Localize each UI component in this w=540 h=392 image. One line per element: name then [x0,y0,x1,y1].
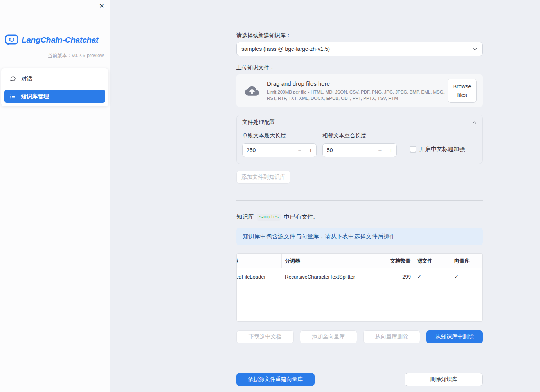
file-action-buttons: 下载选中文档 添加至向量库 从向量库删除 从知识库中删除 [236,330,483,343]
cell-source-check: ✓ [414,268,451,285]
zh-title-enhance-group: 开启中文标题加强 [410,146,465,153]
kb-files-suffix: 中已有文件: [284,213,315,221]
logo-text: LangChain-Chatchat [22,35,98,45]
table-row[interactable]: UnstructuredFileLoader RecursiveCharacte… [236,268,483,285]
column-header-doc-count[interactable]: 文档数量 [371,254,414,268]
menu-item-knowledge-base[interactable]: 知识库管理 [4,90,105,103]
file-config-expander: 文件处理配置 单段文本最大长度： 250 − + 相邻文本重合长度： 50 − … [236,115,483,164]
cell-loader: UnstructuredFileLoader [236,268,282,285]
close-icon[interactable]: ✕ [99,3,104,9]
overlap-input[interactable]: 50 − + [322,143,397,157]
kb-action-buttons: 依据源文件重建向量库 删除知识库 [236,373,483,386]
minus-icon[interactable]: − [294,147,305,154]
expander-header[interactable]: 文件处理配置 [237,115,482,130]
column-header-loader[interactable]: 文档加载器 [236,254,282,268]
plus-icon[interactable]: + [385,147,396,154]
divider [236,200,483,201]
minus-icon[interactable]: − [374,147,385,154]
max-length-value: 250 [243,147,294,153]
cell-doc-count: 299 [371,268,414,285]
kb-select-value: samples (faiss @ bge-large-zh-v1.5) [241,46,472,52]
kb-name-code: samples [257,214,281,221]
download-selected-button[interactable]: 下载选中文档 [236,330,294,343]
menu-item-label: 对话 [21,75,32,83]
list-icon [10,94,16,99]
divider [236,359,483,359]
file-uploader-dropzone[interactable]: Drag and drop files here Limit 200MB per… [236,74,483,107]
cloud-upload-icon [245,86,259,96]
delete-kb-button[interactable]: 删除知识库 [405,373,483,386]
zh-title-enhance-label: 开启中文标题加强 [419,146,465,153]
overlap-group: 相邻文本重合长度： 50 − + [322,132,397,157]
upload-label: 上传知识文件： [236,64,483,71]
plus-icon[interactable]: + [305,147,316,154]
delete-from-kb-button[interactable]: 从知识库中删除 [426,330,483,343]
max-length-group: 单段文本最大长度： 250 − + [242,132,317,157]
kb-select-label: 请选择或新建知识库： [236,32,483,39]
delete-from-vector-button[interactable]: 从向量库删除 [363,330,421,343]
info-alert: 知识库中包含源文件与向量库，请从下表中选择文件后操作 [236,228,483,245]
uploader-limit: Limit 200MB per file • HTML, MD, JSON, C… [267,89,448,101]
menu-item-label: 知识库管理 [21,93,49,100]
max-length-label: 单段文本最大长度： [242,132,317,139]
chevron-up-icon [472,120,477,125]
chat-bubble-icon [10,76,16,82]
add-to-vector-button[interactable]: 添加至向量库 [300,330,357,343]
chevron-down-icon [472,46,478,52]
uploader-text: Drag and drop files here Limit 200MB per… [267,80,448,101]
expander-title: 文件处理配置 [242,119,275,126]
uploader-title: Drag and drop files here [267,80,448,87]
overlap-value: 50 [323,147,374,153]
files-table-inner: 文档加载器 分词器 文档数量 源文件 向量库 UnstructuredFileL… [236,254,483,285]
sidebar: ✕ LangChain-Chatchat 当前版本：v0.2.6-preview… [0,0,110,392]
max-length-input[interactable]: 250 − + [242,143,317,157]
column-header-splitter[interactable]: 分词器 [282,254,371,268]
files-table: 文档加载器 分词器 文档数量 源文件 向量库 UnstructuredFileL… [236,253,483,322]
add-files-button[interactable]: 添加文件到知识库 [236,171,290,184]
kb-files-heading: 知识库 samples 中已有文件: [236,213,483,221]
rebuild-vector-button[interactable]: 依据源文件重建向量库 [236,373,315,386]
zh-title-enhance-checkbox[interactable] [410,146,416,153]
main-content: 请选择或新建知识库： samples (faiss @ bge-large-zh… [236,0,483,386]
app-logo: LangChain-Chatchat [5,34,110,46]
logo-icon [5,34,19,46]
sidebar-menu: 对话 知识库管理 [1,68,108,106]
overlap-label: 相邻文本重合长度： [322,132,397,139]
version-label: 当前版本：v0.2.6-preview [0,52,104,59]
table-header-row: 文档加载器 分词器 文档数量 源文件 向量库 [236,254,483,268]
column-header-vector[interactable]: 向量库 [451,254,483,268]
expander-body: 单段文本最大长度： 250 − + 相邻文本重合长度： 50 − + 开启中文标… [237,130,482,164]
cell-vector-check: ✓ [451,268,483,285]
menu-item-chat[interactable]: 对话 [4,72,105,85]
cell-splitter: RecursiveCharacterTextSplitter [282,268,371,285]
column-header-source[interactable]: 源文件 [414,254,451,268]
kb-select[interactable]: samples (faiss @ bge-large-zh-v1.5) [236,42,483,56]
kb-files-prefix: 知识库 [236,213,254,221]
browse-files-button[interactable]: Browse files [448,79,477,103]
